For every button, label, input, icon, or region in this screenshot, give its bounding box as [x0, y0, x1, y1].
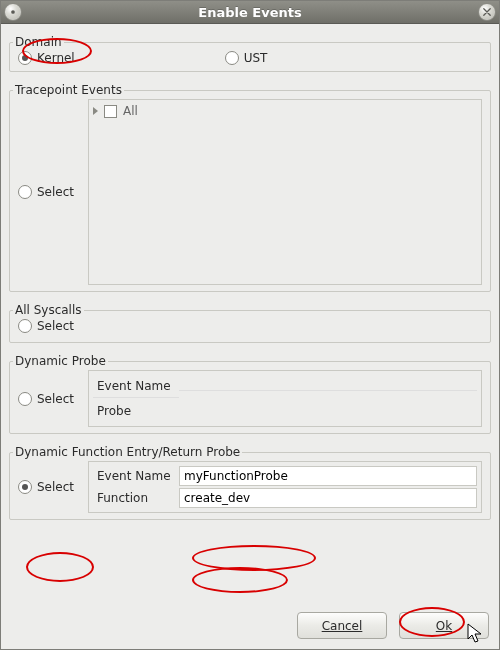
tree-node-all[interactable]: All: [93, 104, 477, 118]
radio-domain-kernel[interactable]: Kernel: [18, 51, 75, 65]
radio-dynprobe-select[interactable]: Select: [18, 392, 74, 406]
radio-tracepoint-select[interactable]: Select: [18, 185, 74, 199]
group-syscalls-legend: All Syscalls: [13, 303, 84, 317]
radio-dynprobe-select-label: Select: [37, 392, 74, 406]
radio-dynfunc-select[interactable]: Select: [18, 480, 74, 494]
tree-checkbox-all[interactable]: [104, 105, 117, 118]
radio-tracepoint-select-label: Select: [37, 185, 74, 199]
dynprobe-probe-label: Probe: [93, 400, 179, 422]
radio-dynfunc-select-label: Select: [37, 480, 74, 494]
dynprobe-eventname-value: [179, 382, 477, 391]
dialog-content: Domain Kernel UST Tracepoint Events: [1, 24, 499, 604]
dynfunc-eventname-input[interactable]: [179, 466, 477, 486]
dynprobe-eventname-label: Event Name: [93, 375, 179, 398]
cancel-button[interactable]: Cancel: [297, 612, 387, 639]
group-dynamic-function: Dynamic Function Entry/Return Probe Sele…: [9, 438, 491, 520]
dynfunc-function-input[interactable]: [179, 488, 477, 508]
group-domain: Domain Kernel UST: [9, 28, 491, 72]
tree-expander-icon[interactable]: [93, 107, 98, 115]
titlebar[interactable]: Enable Events: [1, 1, 499, 24]
tree-node-all-label: All: [123, 104, 138, 118]
radio-domain-ust-label: UST: [244, 51, 268, 65]
group-syscalls: All Syscalls Select: [9, 296, 491, 343]
dynfunc-function-label: Function: [93, 489, 179, 507]
dynprobe-probe-value: [179, 407, 477, 415]
svg-point-0: [11, 10, 15, 14]
group-tracepoint: Tracepoint Events Select All: [9, 76, 491, 292]
group-dynamic-probe: Dynamic Probe Select Event Name Probe: [9, 347, 491, 434]
dynfunc-eventname-label: Event Name: [93, 467, 179, 485]
group-domain-legend: Domain: [13, 35, 64, 49]
window-title: Enable Events: [22, 5, 478, 20]
radio-syscalls-select-label: Select: [37, 319, 74, 333]
group-dynamic-probe-legend: Dynamic Probe: [13, 354, 108, 368]
tracepoint-tree[interactable]: All: [88, 99, 482, 285]
close-icon[interactable]: [478, 3, 496, 21]
group-dynamic-function-legend: Dynamic Function Entry/Return Probe: [13, 445, 242, 459]
radio-domain-kernel-label: Kernel: [37, 51, 75, 65]
radio-domain-ust[interactable]: UST: [225, 51, 268, 65]
dialog-window: Enable Events Domain Kernel UST: [0, 0, 500, 650]
ok-button[interactable]: Ok: [399, 612, 489, 639]
group-tracepoint-legend: Tracepoint Events: [13, 83, 124, 97]
window-menu-icon[interactable]: [4, 3, 22, 21]
dialog-button-row: Cancel Ok: [1, 604, 499, 649]
radio-syscalls-select[interactable]: Select: [18, 319, 74, 333]
